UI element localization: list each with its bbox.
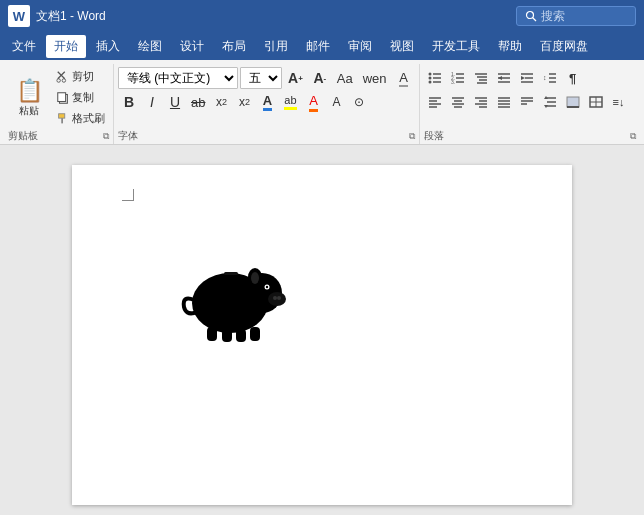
svg-point-10	[428, 73, 431, 76]
highlight-button[interactable]: ab	[279, 91, 301, 113]
clipboard-group-label: 剪贴板	[8, 129, 38, 143]
menu-view[interactable]: 视图	[382, 35, 422, 58]
scissors-icon	[56, 70, 70, 84]
font-circle-button[interactable]: ⊙	[348, 91, 370, 113]
align-right-icon	[473, 94, 489, 110]
superscript-button[interactable]: x2	[233, 91, 255, 113]
line-spacing-button[interactable]	[539, 91, 561, 113]
font-color-button[interactable]: A	[256, 91, 278, 113]
menu-home[interactable]: 开始	[46, 35, 86, 58]
increase-indent-icon	[519, 70, 535, 86]
menu-insert[interactable]: 插入	[88, 35, 128, 58]
clipboard-expand[interactable]: ⧉	[103, 131, 109, 142]
svg-point-0	[527, 12, 534, 19]
font-group-label: 字体	[118, 129, 138, 143]
svg-marker-29	[498, 76, 502, 80]
justify-button[interactable]	[493, 91, 515, 113]
menu-dev[interactable]: 开发工具	[424, 35, 488, 58]
cut-button[interactable]: 剪切	[52, 67, 109, 86]
title-bar-left: W 文档1 - Word	[8, 5, 106, 27]
font-shade-button[interactable]: A	[302, 91, 324, 113]
format-paint-icon	[56, 112, 70, 126]
format-paint-button[interactable]: 格式刷	[52, 109, 109, 128]
svg-marker-33	[521, 76, 525, 80]
menu-review[interactable]: 审阅	[340, 35, 380, 58]
menu-layout[interactable]: 布局	[214, 35, 254, 58]
clipboard-footer: 剪贴板 ⧉	[8, 128, 109, 143]
svg-rect-79	[236, 329, 246, 342]
decrease-indent-button[interactable]	[493, 67, 515, 89]
paste-icon: 📋	[16, 78, 43, 104]
clipboard-group: 📋 粘贴 剪切	[4, 64, 114, 144]
sort-button[interactable]: ↕	[539, 67, 561, 89]
font-expand[interactable]: ⧉	[409, 131, 415, 142]
app-title: 文档1 - Word	[36, 8, 106, 25]
font-clear-button[interactable]: A	[393, 67, 415, 89]
menu-draw[interactable]: 绘图	[130, 35, 170, 58]
font-name-selector[interactable]: 等线 (中文正文)	[118, 67, 238, 89]
svg-rect-9	[61, 118, 63, 123]
search-box[interactable]	[516, 6, 636, 26]
search-input[interactable]	[541, 9, 621, 23]
align-left-button[interactable]	[424, 91, 446, 113]
increase-indent-button[interactable]	[516, 67, 538, 89]
underline-button[interactable]: U	[164, 91, 186, 113]
font-case-button[interactable]: Aa	[333, 67, 357, 89]
menu-help[interactable]: 帮助	[490, 35, 530, 58]
menu-mail[interactable]: 邮件	[298, 35, 338, 58]
paste-button[interactable]: 📋 粘贴	[8, 77, 50, 119]
numbered-list-button[interactable]: 1. 2. 3.	[447, 67, 469, 89]
menu-design[interactable]: 设计	[172, 35, 212, 58]
sort-icon: ↕	[542, 70, 558, 86]
italic-button[interactable]: I	[141, 91, 163, 113]
font-style-button[interactable]: wen	[359, 67, 391, 89]
svg-point-75	[266, 286, 268, 288]
piggy-bank-image[interactable]	[172, 245, 302, 348]
svg-point-73	[277, 296, 281, 300]
document-page[interactable]	[72, 165, 572, 505]
border-button[interactable]	[585, 91, 607, 113]
multilevel-list-icon	[473, 70, 489, 86]
font-group: 等线 (中文正文) 五号 初号 小初 一号 四号 A+ A- Aa wen A	[114, 64, 420, 144]
align-center-button[interactable]	[447, 91, 469, 113]
bold-button[interactable]: B	[118, 91, 140, 113]
font-size-selector[interactable]: 五号 初号 小初 一号 四号	[240, 67, 282, 89]
line-spacing-icon	[542, 94, 558, 110]
menu-ref[interactable]: 引用	[256, 35, 296, 58]
align-center-icon	[450, 94, 466, 110]
copy-icon	[56, 91, 70, 105]
align-right-button[interactable]	[470, 91, 492, 113]
font-row2: B I U ab x2 x2 A ab	[118, 91, 415, 113]
bullet-list-icon	[427, 70, 443, 86]
svg-rect-7	[58, 92, 66, 101]
subscript-button[interactable]: x2	[210, 91, 232, 113]
font-shade-icon: A	[309, 93, 318, 112]
cut-label: 剪切	[72, 69, 94, 84]
svg-point-72	[273, 296, 277, 300]
font-grow-button[interactable]: A+	[284, 67, 307, 89]
font-clear2-button[interactable]: A	[325, 91, 347, 113]
copy-button[interactable]: 复制	[52, 88, 109, 107]
font-row1: 等线 (中文正文) 五号 初号 小初 一号 四号 A+ A- Aa wen A	[118, 67, 415, 89]
decrease-indent-icon	[496, 70, 512, 86]
svg-point-12	[428, 77, 431, 80]
justify-low-button[interactable]	[516, 91, 538, 113]
svg-rect-62	[567, 97, 579, 107]
highlight-icon: ab	[284, 94, 296, 110]
strikethrough-button[interactable]: ab	[187, 91, 209, 113]
page-corner-marker	[122, 189, 134, 201]
style-more-button[interactable]: ≡↓	[608, 91, 630, 113]
show-marks-button[interactable]: ¶	[562, 67, 584, 89]
svg-point-70	[251, 272, 259, 284]
font-shrink-button[interactable]: A-	[309, 67, 331, 89]
bullet-list-button[interactable]	[424, 67, 446, 89]
para-row1: 1. 2. 3.	[424, 67, 636, 89]
clipboard-buttons: 📋 粘贴 剪切	[8, 67, 109, 128]
svg-point-4	[57, 78, 61, 82]
multilevel-list-button[interactable]	[470, 67, 492, 89]
para-expand[interactable]: ⧉	[630, 131, 636, 142]
shading-button[interactable]	[562, 91, 584, 113]
menu-baidu[interactable]: 百度网盘	[532, 35, 596, 58]
ribbon: 📋 粘贴 剪切	[0, 60, 644, 145]
menu-file[interactable]: 文件	[4, 35, 44, 58]
